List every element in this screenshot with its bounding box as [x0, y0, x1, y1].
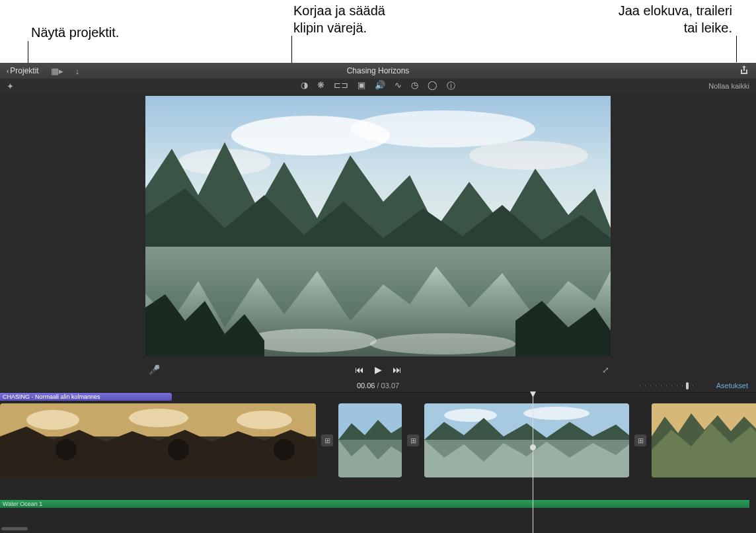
share-icon[interactable]	[739, 68, 749, 77]
video-track: ⊞ ⊞ ⊞	[0, 401, 756, 480]
fullscreen-icon[interactable]: ⤢	[602, 365, 609, 375]
svg-point-7	[370, 333, 515, 354]
svg-point-3	[469, 141, 588, 170]
annotation-show-projects: Näytä projektit.	[31, 24, 119, 41]
next-frame-button[interactable]: ⏭	[393, 364, 402, 375]
stabilization-icon[interactable]: ▣	[358, 80, 365, 92]
video-clip-1[interactable]	[0, 403, 316, 477]
viewer-area	[0, 93, 756, 360]
annotation-share: Jaa elokuva, traileri tai leike.	[619, 2, 732, 36]
info-icon[interactable]: ⓘ	[447, 80, 455, 92]
clip-filter-icon[interactable]: ◯	[428, 80, 437, 92]
playhead[interactable]	[533, 393, 533, 533]
speed-icon[interactable]: ◷	[411, 80, 418, 92]
top-toolbar: ‹ Projektit ▦▸ ↓ Chasing Horizons	[0, 63, 756, 79]
current-time: 00.06	[357, 382, 375, 390]
crop-icon[interactable]: ⊏⊐	[334, 80, 348, 92]
annotation-adjust-colors: Korjaa ja säädä klipin värejä.	[293, 2, 385, 36]
svg-point-19	[444, 409, 497, 422]
transition-2[interactable]: ⊞	[407, 434, 419, 446]
timeline-scrollbar[interactable]	[1, 527, 28, 530]
color-correction-icon[interactable]: ❋	[317, 80, 324, 92]
viewer-canvas[interactable]	[145, 96, 611, 356]
projects-button[interactable]: ‹ Projektit	[7, 66, 39, 75]
color-balance-icon[interactable]: ◑	[301, 80, 308, 92]
noise-reduction-icon[interactable]: ∿	[395, 80, 402, 92]
zoom-slider[interactable]	[640, 384, 694, 388]
reset-all-button[interactable]: Nollaa kaikki	[708, 82, 749, 90]
audio-clip[interactable]: Water Ocean 1	[0, 500, 749, 508]
video-clip-3[interactable]	[424, 403, 629, 477]
svg-point-13	[56, 439, 77, 460]
title-clip[interactable]: CHASING - Normaali alin kolmannes	[0, 393, 172, 401]
transition-1[interactable]: ⊞	[321, 434, 333, 446]
video-clip-4[interactable]	[652, 403, 756, 477]
svg-point-20	[523, 407, 589, 420]
duration: 03.07	[381, 382, 400, 390]
transition-3[interactable]: ⊞	[634, 434, 646, 446]
media-import-icon[interactable]: ▦▸	[51, 66, 63, 76]
prev-frame-button[interactable]: ⏮	[355, 364, 364, 375]
volume-icon[interactable]: 🔊	[375, 80, 385, 92]
video-clip-2[interactable]	[338, 403, 402, 477]
time-display: 00.06 / 03.07	[357, 382, 399, 390]
time-bar: 00.06 / 03.07 Asetukset	[0, 379, 756, 392]
chevron-left-icon: ‹	[7, 67, 9, 75]
adjust-toolbar: ✦ ◑ ❋ ⊏⊐ ▣ 🔊 ∿ ◷ ◯ ⓘ Nollaa kaikki	[0, 79, 756, 93]
app-window: ‹ Projektit ▦▸ ↓ Chasing Horizons ✦ ◑ ❋ …	[0, 63, 756, 533]
play-button[interactable]: ▶	[375, 364, 382, 375]
magic-wand-icon[interactable]: ✦	[7, 81, 14, 91]
microphone-icon[interactable]: 🎤	[149, 364, 160, 375]
download-icon[interactable]: ↓	[75, 66, 80, 76]
audio-track: Water Ocean 1	[0, 500, 756, 508]
svg-point-12	[237, 411, 292, 429]
projects-label: Projektit	[10, 66, 38, 75]
svg-point-10	[26, 410, 79, 430]
svg-point-11	[129, 409, 188, 427]
svg-point-15	[274, 439, 295, 460]
svg-point-14	[168, 439, 189, 460]
title-track: CHASING - Normaali alin kolmannes	[0, 393, 756, 401]
project-title: Chasing Horizons	[347, 66, 410, 75]
settings-link[interactable]: Asetukset	[716, 382, 748, 390]
timeline[interactable]: CHASING - Normaali alin kolmannes ⊞	[0, 392, 756, 533]
playback-bar: 🎤 ⏮ ▶ ⏭ ⤢	[0, 360, 756, 379]
